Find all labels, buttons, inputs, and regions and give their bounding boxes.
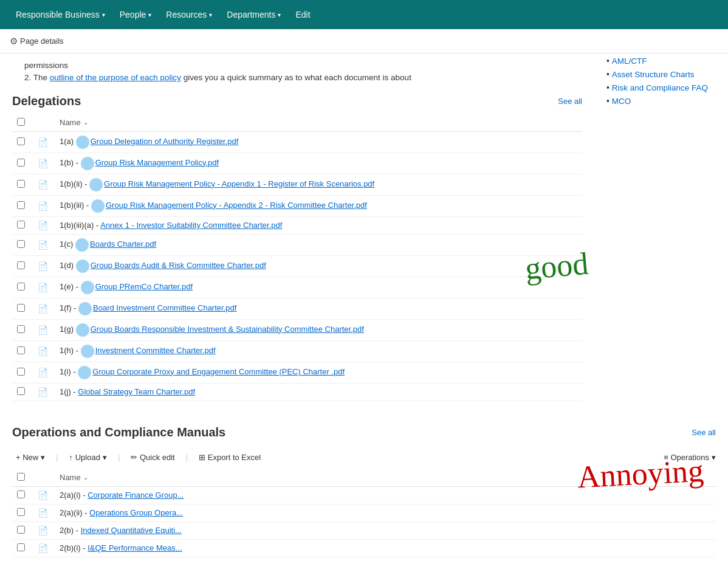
pdf-icon: 📄 [38, 137, 48, 147]
delegations-section: Delegations See all [12, 94, 582, 401]
nav-responsible-business[interactable]: Responsible Business ▾ [10, 6, 111, 23]
file-number: 1(b)(iii) - [60, 201, 91, 210]
row-checkbox[interactable] [17, 261, 25, 269]
file-number: 1(i) - [60, 367, 78, 376]
new-dropdown-icon: ▾ [41, 453, 45, 462]
row-checkbox[interactable] [17, 240, 25, 248]
table-row: 📄2(a)(i) - Corporate Finance Group... [12, 486, 716, 504]
policy-link[interactable]: outline of the purpose of each policy [50, 73, 181, 82]
file-number: 1(j) - [60, 387, 78, 396]
delegations-header: Delegations See all [12, 94, 582, 108]
file-name-link[interactable]: Boards Charter.pdf [90, 239, 156, 249]
content-wrapper: permissions 2. The outline of the purpos… [0, 53, 728, 557]
nav-people[interactable]: People ▾ [114, 6, 158, 23]
delegations-select-all-checkbox[interactable] [17, 118, 25, 126]
export-button[interactable]: ⊞ Export to Excel [195, 450, 264, 464]
sidebar-link[interactable]: AML/CTF [612, 57, 647, 66]
file-name-link[interactable]: Group Delegation of Authority Register.p… [91, 137, 239, 146]
avatar [81, 157, 94, 170]
operations-icon-header [30, 469, 55, 487]
intro-line2: 2. The outline of the purpose of each po… [24, 72, 535, 84]
row-checkbox[interactable] [17, 221, 25, 229]
file-name-link[interactable]: Annex 1 - Investor Suitability Committee… [100, 221, 282, 230]
page-details-link[interactable]: ⚙ Page details [10, 36, 64, 47]
row-checkbox[interactable] [17, 159, 25, 167]
avatar [81, 281, 94, 294]
nav-departments[interactable]: Departments ▾ [221, 6, 287, 23]
file-name-link[interactable]: Group Boards Audit & Risk Committee Char… [91, 261, 266, 270]
table-row: 📄1(j) - Global Strategy Team Charter.pdf [12, 383, 582, 401]
file-name-link[interactable]: Group Risk Management Policy - Appendix … [106, 201, 367, 210]
table-row: 📄1(i) - Group Corporate Proxy and Engage… [12, 362, 582, 383]
file-name-link[interactable]: Indexed Quantitative Equiti... [81, 526, 182, 535]
file-name-link[interactable]: I&QE Performance Meas... [88, 543, 182, 552]
nav-people-label: People [120, 10, 146, 19]
row-checkbox[interactable] [17, 543, 25, 551]
row-checkbox[interactable] [17, 508, 25, 516]
right-column: AML/CTFAsset Structure ChartsRisk and Co… [594, 53, 728, 419]
operations-title: Operations and Compliance Manuals [12, 425, 225, 439]
file-name-link[interactable]: Investment Committee Charter.pdf [95, 346, 216, 355]
nav-responsible-business-chevron: ▾ [102, 12, 105, 18]
upload-button[interactable]: ↑ Upload ▾ [66, 450, 111, 464]
file-number: 1(b) - [60, 158, 81, 167]
table-row: 📄1(c) Boards Charter.pdf [12, 234, 582, 255]
row-checkbox[interactable] [17, 387, 25, 395]
row-checkbox[interactable] [17, 283, 25, 291]
new-button[interactable]: + New ▾ [12, 450, 49, 464]
file-name-link[interactable]: Group PRemCo Charter.pdf [95, 282, 193, 291]
delegations-see-all[interactable]: See all [558, 97, 582, 106]
nav-resources[interactable]: Resources ▾ [160, 6, 218, 23]
file-number: 1(b)(iii)(a) - [60, 221, 100, 230]
row-checkbox[interactable] [17, 325, 25, 333]
file-name-link[interactable]: Group Risk Management Policy.pdf [95, 158, 219, 167]
view-dropdown-chevron: ▾ [712, 453, 716, 462]
row-checkbox[interactable] [17, 304, 25, 312]
operations-see-all[interactable]: See all [692, 428, 716, 437]
table-row: 📄1(e) - Group PRemCo Charter.pdf [12, 277, 582, 298]
avatar [81, 345, 94, 358]
nav-edit[interactable]: Edit [289, 6, 316, 23]
row-checkbox[interactable] [17, 180, 25, 188]
file-name-link[interactable]: Corporate Finance Group... [88, 490, 184, 500]
file-icon-cell: 📄 [30, 255, 55, 277]
operations-select-all-checkbox[interactable] [17, 473, 25, 481]
file-name-link[interactable]: Board Investment Committee Charter.pdf [93, 303, 236, 312]
quick-edit-button[interactable]: ✏ Quick edit [127, 450, 178, 464]
file-name-link[interactable]: Group Risk Management Policy - Appendix … [104, 179, 374, 188]
table-row: 📄1(b)(iii)(a) - Annex 1 - Investor Suita… [12, 216, 582, 234]
toolbar-divider-3: | [186, 453, 188, 462]
pdf-icon: 📄 [38, 201, 48, 211]
nav-resources-label: Resources [166, 10, 207, 19]
view-dropdown[interactable]: ≡ Operations ▾ [664, 453, 716, 462]
nav-departments-chevron: ▾ [278, 12, 281, 18]
pdf-icon: 📄 [38, 221, 48, 230]
file-icon-cell: 📄 [30, 521, 55, 539]
pdf-icon: 📄 [38, 490, 48, 500]
file-name-link[interactable]: Group Corporate Proxy and Engagement Com… [92, 367, 345, 376]
operations-table: Name ⌄ 📄2(a)(i) - Corporate Finance Grou… [12, 469, 716, 557]
sidebar-link[interactable]: MCO [612, 97, 631, 106]
file-name-link[interactable]: Operations Group Opera... [89, 508, 183, 517]
row-checkbox[interactable] [17, 526, 25, 534]
toolbar-divider-1: | [56, 453, 58, 462]
file-name-link[interactable]: Group Boards Responsible Investment & Su… [91, 325, 364, 334]
row-checkbox[interactable] [17, 201, 25, 209]
row-checkbox[interactable] [17, 490, 25, 498]
sidebar-link[interactable]: Asset Structure Charts [612, 70, 695, 79]
file-number: 2(a)(i) - [60, 490, 88, 500]
row-checkbox[interactable] [17, 368, 25, 376]
file-icon-cell: 📄 [30, 504, 55, 521]
pdf-icon: 📄 [38, 159, 48, 168]
file-icon-cell: 📄 [30, 195, 55, 216]
file-icon-cell: 📄 [30, 131, 55, 153]
file-number: 1(g) [60, 325, 76, 334]
sidebar-link[interactable]: Risk and Compliance FAQ [612, 83, 708, 92]
row-checkbox[interactable] [17, 137, 25, 145]
file-number: 2(a)(ii) - [60, 508, 89, 517]
file-name-link[interactable]: Global Strategy Team Charter.pdf [78, 387, 195, 396]
file-number: 2(b) - [60, 526, 81, 535]
operations-toolbar: + New ▾ | ↑ Upload ▾ | ✏ Quick edit | ⊞ … [12, 446, 716, 469]
row-checkbox[interactable] [17, 346, 25, 354]
export-label: ⊞ Export to Excel [199, 453, 261, 462]
